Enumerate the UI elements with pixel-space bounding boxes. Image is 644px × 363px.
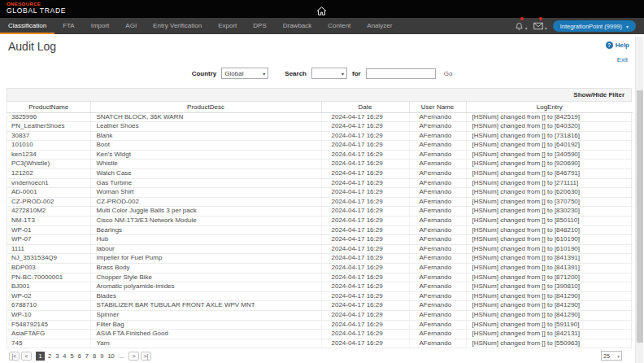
table-cell: 2024-04-17 16:29 [321,169,409,179]
table-cell: 2024-04-17 16:29 [321,160,409,169]
table-cell: AFernando [409,112,466,122]
column-header-date[interactable]: Date [321,102,409,112]
table-cell: AFernando [409,216,466,226]
tab-analyzer[interactable]: Analyzer [359,18,400,34]
for-label: for [352,70,361,77]
table-cell: 2024-04-17 16:29 [321,330,409,339]
prev-page-button[interactable]: < [21,352,32,361]
tab-entry-verification[interactable]: Entry Verification [145,18,210,34]
tab-fta[interactable]: FTA [54,18,83,34]
page-number-6[interactable]: 6 [77,352,82,360]
page-number-5[interactable]: 5 [70,352,75,360]
table-cell: [HSNum] changed from [] to [846791] [466,169,633,179]
column-header-productname[interactable]: ProductName [7,102,90,112]
table-cell: [HSNum] changed from [] to [848210] [466,225,633,235]
table-row: 6788710STABILIZER BAR TUBULAR FRONT AXLE… [7,301,633,311]
table-cell: Aromatic polyamide-imides [90,282,321,292]
help-link[interactable]: ? Help [606,42,629,49]
account-menu-button[interactable]: IntegrationPoint (9999) [553,20,636,32]
table-row: CZ-PROD-002CZ-PROD-0022024-04-17 16:29AF… [7,197,633,207]
country-select[interactable]: Global [221,68,268,79]
chevron-down-icon [626,23,629,30]
page-number-9[interactable]: 9 [99,352,104,360]
column-header-logentry[interactable]: LogEntry [466,102,633,112]
table-cell: STABILIZER BAR TUBULAR FRONT AXLE WPV MN… [90,301,321,311]
table-cell: 2024-04-17 16:29 [321,216,409,226]
table-row: 30837Blank2024-04-17 16:29AFernando[HSNu… [7,131,633,141]
table-row: PN_LeatherShoesLeather Shoes2024-04-17 1… [7,122,633,132]
table-cell: Chopper Style Bike [90,273,321,282]
table-cell: 745 [7,339,90,348]
tab-classification[interactable]: Classification [0,18,54,34]
home-icon[interactable] [316,4,327,19]
next-page-button[interactable]: > [128,352,139,361]
tab-export[interactable]: Export [210,18,245,34]
column-header-productdesc[interactable]: ProductDesc [90,102,321,112]
tab-dps[interactable]: DPS [245,18,274,34]
table-cell: 2024-04-17 16:29 [321,339,409,348]
table-row: WP-10Spinner2024-04-17 16:29AFernando[HS… [7,310,633,320]
table-cell: Boot [90,141,321,151]
table-cell: AFernando [409,188,466,198]
search-field-select[interactable] [311,68,347,79]
table-cell: [HSNum] changed from [] to [841391] [466,264,633,273]
page-number-4[interactable]: 4 [62,352,67,360]
go-button[interactable]: Go [444,70,453,77]
chevron-down-icon [545,19,547,33]
page-number-7[interactable]: 7 [85,352,89,360]
scrollbar-thumb[interactable] [637,90,643,343]
page-number-3[interactable]: 3 [54,352,59,360]
table-cell: AFernando [409,197,466,207]
table-row: PC3(Whistle)Whistle2024-04-17 16:29AFern… [7,160,633,169]
table-cell: [HSNum] changed from [] to [842519] [466,112,633,122]
first-page-button[interactable]: |< [9,352,20,361]
table-row: 745Yarn2024-04-17 16:29AFernando[HSNum] … [7,339,633,348]
notifications-bell-button[interactable] [515,19,528,33]
table-cell: WP-02 [7,291,90,301]
messages-button[interactable] [533,19,547,33]
table-cell: 6788710 [7,301,90,311]
table-cell: 2024-04-17 16:29 [321,112,409,122]
table-cell: AFernando [409,244,466,254]
main-nav: ClassificationFTAImportAGIEntry Verifica… [0,18,644,34]
page-number-8[interactable]: 8 [92,352,97,360]
tab-drawback[interactable]: Drawback [275,18,320,34]
table-cell: 2024-04-17 16:29 [321,244,409,254]
table-cell: [HSNum] changed from [] to [591190] [466,320,633,330]
table-row: NM-1T3Cisco NM-1T3/E3 Network Module2024… [7,216,633,226]
show-hide-filter-link[interactable]: Show/Hide Filter [7,88,632,102]
table-wrapper: ProductNameProductDescDateUser NameLogEn… [7,102,632,348]
filter-row: Country Global Search for Go [0,65,644,81]
table-cell: AFernando [409,282,466,292]
table-cell: CZ-PROD-002 [90,197,321,207]
page-number-2[interactable]: 2 [47,352,52,360]
exit-link[interactable]: Exit [617,56,628,63]
page-number-1[interactable]: 1 [36,352,45,361]
table-cell: [HSNum] changed from [] to [640192] [466,141,633,151]
table-row: NJ_3531534Q9Impeller for Fuel Pump2024-0… [7,254,633,264]
table-cell: AFernando [409,235,466,245]
tab-agi[interactable]: AGI [117,18,145,34]
last-page-button[interactable]: >| [141,352,151,361]
table-row: 1111labour2024-04-17 16:29AFernando[HSNu… [7,244,633,254]
table-cell: 3825996 [7,112,90,122]
table-cell: [HSNum] changed from [] to [610190] [466,235,633,245]
vertical-scrollbar[interactable] [635,37,643,363]
table-cell: AFernando [409,169,466,179]
table-cell: Spinner [90,310,321,320]
table-cell: Yarn [90,339,321,348]
tab-content[interactable]: Content [320,18,359,34]
table-row: AsiaFTAFGASIA FTA Finished Good2024-04-1… [7,330,633,339]
table-cell: 2024-04-17 16:29 [321,254,409,264]
table-cell: SNATCH BLOCK, 36K WARN [90,112,321,122]
table-cell: AFernando [409,150,466,160]
column-header-user-name[interactable]: User Name [409,102,466,112]
table-row: AD-0001Woman Shirt2024-04-17 16:29AFerna… [7,188,633,198]
table-row: BDP003Brass Body2024-04-17 16:29AFernand… [7,264,633,273]
page-size-select[interactable]: 25 [601,351,622,361]
search-input[interactable] [366,68,436,79]
tab-import[interactable]: Import [83,18,118,34]
page-ellipsis: ... [120,352,124,360]
table-cell: Leather Shoes [90,122,321,132]
page-number-10[interactable]: 10 [107,352,115,360]
